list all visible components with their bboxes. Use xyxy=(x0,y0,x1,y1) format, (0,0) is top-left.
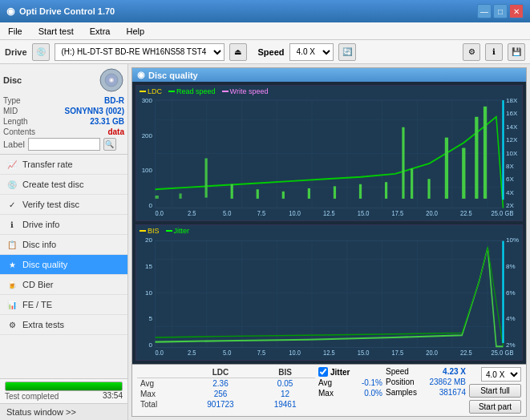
nav-label-extra-tests: Extra tests xyxy=(22,320,64,329)
svg-rect-19 xyxy=(445,138,448,199)
speed-position-section: Speed 4.23 X Position 23862 MB Samples 3… xyxy=(386,367,466,397)
svg-rect-17 xyxy=(411,168,413,198)
svg-point-3 xyxy=(111,79,113,82)
drive-info-icon: ℹ xyxy=(6,219,18,230)
disc-label-search-btn[interactable]: 🔍 xyxy=(103,138,116,151)
samples-row: Samples 381674 xyxy=(386,388,466,397)
nav-item-create-test-disc[interactable]: 💿 Create test disc xyxy=(0,175,127,195)
title-bar: ◉ Opti Drive Control 1.70 — □ ✕ xyxy=(0,0,530,22)
speed-label: Speed xyxy=(258,47,285,57)
legend-jitter-label: Jitter xyxy=(174,227,190,235)
col-header-empty xyxy=(137,367,186,378)
svg-rect-12 xyxy=(308,188,310,199)
speed-select-toolbar[interactable]: 4.0 X MAX 6.0 X 8.0 X xyxy=(289,43,334,61)
nav-item-drive-info[interactable]: ℹ Drive info xyxy=(0,215,127,235)
disc-label-label: Label xyxy=(3,139,25,149)
position-label: Position xyxy=(386,378,415,386)
minimize-button[interactable]: — xyxy=(477,4,492,18)
row-total-label: Total xyxy=(137,399,186,410)
title-bar-controls[interactable]: — □ ✕ xyxy=(477,4,524,18)
progress-bar-outer xyxy=(5,382,123,391)
sidebar: Disc Type BD-R MID SONYNN3 (002) xyxy=(0,64,128,420)
jitter-checkbox[interactable] xyxy=(318,367,328,377)
legend-bis-dot xyxy=(140,230,146,232)
svg-text:12.5: 12.5 xyxy=(323,208,335,217)
legend-bis-label: BIS xyxy=(148,227,160,235)
nav-label-cd-bier: CD Bier xyxy=(22,280,54,289)
table-row-total: Total 901723 19461 xyxy=(137,399,315,410)
drive-select[interactable]: (H:) HL-DT-ST BD-RE WH16NS58 TST4 xyxy=(55,43,225,61)
svg-text:7.5: 7.5 xyxy=(257,348,266,357)
table-row-max: Max 256 12 xyxy=(137,389,315,399)
settings-button[interactable]: ⚙ xyxy=(463,43,480,61)
disc-info-icon: 📋 xyxy=(6,239,18,250)
info-button[interactable]: ℹ xyxy=(485,43,503,61)
maximize-button[interactable]: □ xyxy=(493,4,508,18)
legend-ldc-dot xyxy=(140,91,146,92)
nav-item-disc-quality[interactable]: ★ Disc quality xyxy=(0,255,127,275)
menu-extra[interactable]: Extra xyxy=(85,25,115,38)
svg-text:0.0: 0.0 xyxy=(156,348,164,357)
nav-label-create-test-disc: Create test disc xyxy=(22,180,83,189)
col-header-ldc: LDC xyxy=(186,367,255,378)
menu-help[interactable]: Help xyxy=(121,25,149,38)
legend-read-speed-label: Read speed xyxy=(176,87,216,95)
nav-item-verify-test-disc[interactable]: ✓ Verify test disc xyxy=(0,195,127,215)
nav-item-cd-bier[interactable]: 🍺 CD Bier xyxy=(0,275,127,295)
svg-text:10.0: 10.0 xyxy=(289,208,301,217)
app-title: Opti Drive Control 1.70 xyxy=(19,6,115,16)
stats-table-ldc-bis: LDC BIS Avg 2.36 0.05 Max xyxy=(137,367,315,410)
svg-rect-7 xyxy=(179,193,181,198)
nav-item-fe-te[interactable]: 📊 FE / TE xyxy=(0,295,127,315)
status-window-button[interactable]: Status window >> xyxy=(0,403,127,420)
nav-label-verify-test-disc: Verify test disc xyxy=(22,200,79,209)
title-bar-left: ◉ Opti Drive Control 1.70 xyxy=(6,6,115,17)
legend-ldc: LDC xyxy=(140,87,162,95)
drive-icon-btn[interactable]: 💿 xyxy=(32,43,50,61)
svg-text:5.0: 5.0 xyxy=(223,208,232,217)
legend-write-speed-label: Write speed xyxy=(230,87,269,95)
svg-rect-13 xyxy=(334,186,336,199)
jitter-max-row: Max 0.0% xyxy=(318,389,382,398)
disc-type-value: BD-R xyxy=(104,96,124,105)
jitter-avg-label: Avg xyxy=(318,378,332,387)
eject-button[interactable]: ⏏ xyxy=(229,43,247,61)
svg-rect-11 xyxy=(282,192,285,199)
svg-text:22.5: 22.5 xyxy=(460,348,472,357)
legend-write-speed: Write speed xyxy=(222,87,269,95)
start-full-button[interactable]: Start full xyxy=(469,384,521,398)
nav-item-disc-info[interactable]: 📋 Disc info xyxy=(0,235,127,255)
close-button[interactable]: ✕ xyxy=(509,4,524,18)
refresh-button[interactable]: 🔄 xyxy=(338,43,356,61)
nav-item-extra-tests[interactable]: ⚙ Extra tests xyxy=(0,315,127,335)
svg-text:GB: GB xyxy=(505,348,514,357)
save-button[interactable]: 💾 xyxy=(508,43,525,61)
svg-text:10.0: 10.0 xyxy=(289,348,301,357)
chart1-legend: LDC Read speed Write speed xyxy=(140,87,268,95)
cd-bier-icon: 🍺 xyxy=(6,279,18,290)
svg-rect-15 xyxy=(385,182,387,199)
table-row-avg: Avg 2.36 0.05 xyxy=(137,378,315,390)
transfer-rate-icon: 📈 xyxy=(6,159,18,170)
disc-type-label: Type xyxy=(3,96,21,105)
disc-label-input[interactable] xyxy=(28,138,100,151)
jitter-max-label: Max xyxy=(318,389,334,398)
svg-rect-9 xyxy=(231,184,233,199)
nav-item-transfer-rate[interactable]: 📈 Transfer rate xyxy=(0,155,127,175)
nav-label-drive-info: Drive info xyxy=(22,220,59,229)
menu-file[interactable]: File xyxy=(3,25,27,38)
svg-text:17.5: 17.5 xyxy=(392,208,404,217)
nav-label-disc-info: Disc info xyxy=(22,240,56,249)
time-text: 33:54 xyxy=(103,391,123,401)
progress-area: Test completed 33:54 xyxy=(0,379,127,403)
disc-mid-label: MID xyxy=(3,107,18,115)
app-icon: ◉ xyxy=(6,6,14,17)
row-avg-ldc: 2.36 xyxy=(186,378,255,390)
svg-text:20.0: 20.0 xyxy=(426,348,438,357)
verify-test-disc-icon: ✓ xyxy=(6,199,18,210)
disc-mid-value: SONYNN3 (002) xyxy=(65,107,124,115)
svg-rect-22 xyxy=(483,107,487,199)
speed-select-stats[interactable]: 4.0 X MAX 2.0 X xyxy=(481,367,521,382)
menu-start-test[interactable]: Start test xyxy=(34,25,79,38)
start-part-button[interactable]: Start part xyxy=(469,400,521,414)
